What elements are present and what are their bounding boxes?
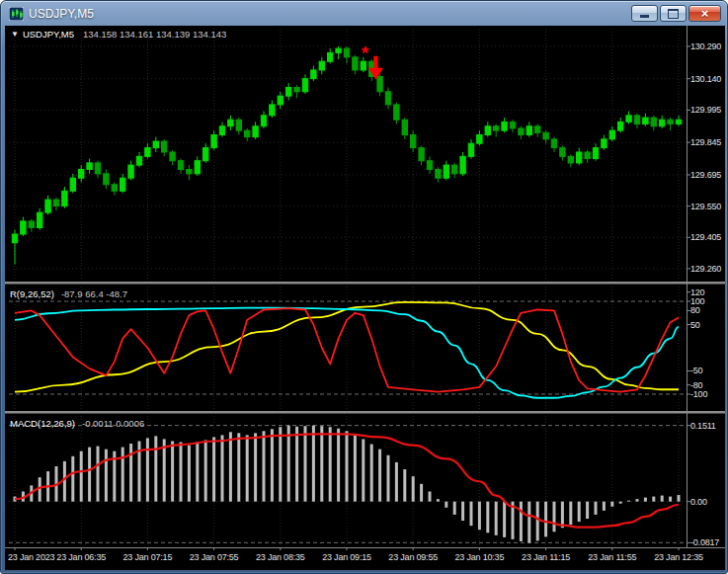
candle-body bbox=[128, 165, 133, 178]
candle-body bbox=[136, 156, 141, 165]
candle-body bbox=[286, 87, 291, 96]
candle-body bbox=[178, 161, 183, 170]
macd-indicator-name: MACD(12,26,9) bbox=[10, 418, 75, 429]
candle-body bbox=[519, 128, 524, 135]
candle-body bbox=[53, 200, 58, 206]
candle-body bbox=[328, 52, 333, 61]
candle-body bbox=[121, 178, 125, 191]
close-button[interactable]: × bbox=[688, 5, 721, 22]
candle-body bbox=[560, 148, 565, 157]
candle-body bbox=[618, 122, 623, 130]
price-axis-label: 130.140 bbox=[690, 74, 721, 84]
candle-body bbox=[444, 165, 448, 178]
window-title: USDJPY,M5 bbox=[29, 7, 94, 21]
macd-axis-label: 0.1511 bbox=[690, 421, 716, 431]
candle-body bbox=[253, 126, 258, 137]
candle-body bbox=[634, 116, 639, 124]
time-axis-label: 23 Jan 10:35 bbox=[455, 552, 505, 562]
candle-body bbox=[145, 148, 150, 157]
candle-body bbox=[344, 48, 349, 57]
candle-body bbox=[187, 169, 192, 173]
macd-axis-label: 0.00 bbox=[690, 497, 707, 507]
time-axis-label: 23 Jan 11:15 bbox=[522, 552, 570, 562]
panel-separator bbox=[5, 411, 725, 414]
maximize-button[interactable] bbox=[660, 5, 687, 22]
window-icon[interactable] bbox=[9, 7, 24, 21]
candle-body bbox=[62, 191, 67, 205]
candle-body bbox=[593, 148, 598, 159]
candle-body bbox=[485, 126, 490, 135]
candle-body bbox=[311, 70, 316, 79]
candle-body bbox=[270, 105, 275, 116]
candle-body bbox=[577, 152, 582, 163]
candle-body bbox=[494, 126, 499, 130]
minimize-button[interactable] bbox=[631, 5, 658, 22]
chart-header: ▼USDJPY,M5134.158 134.161 134.139 134.14… bbox=[11, 29, 226, 40]
candle-body bbox=[468, 143, 473, 156]
macd-indicator-values: -0.0011 0.0006 bbox=[82, 418, 144, 429]
candle-body bbox=[568, 156, 573, 163]
candle-body bbox=[162, 141, 167, 152]
chart-client-area: *130.290130.140129.995129.845129.695129.… bbox=[5, 26, 725, 570]
candle-body bbox=[87, 163, 92, 170]
candle-body bbox=[29, 221, 34, 228]
candle-body bbox=[153, 141, 158, 148]
time-axis-label: 23 Jan 12:35 bbox=[654, 552, 703, 562]
wpr-indicator-values: -87.9 66.4 -48.7 bbox=[61, 288, 127, 299]
close-icon: × bbox=[701, 7, 709, 20]
candle-body bbox=[602, 139, 607, 148]
wpr-axis-label: 50 bbox=[690, 320, 700, 330]
price-axis-label: 129.995 bbox=[690, 105, 721, 115]
candle-body bbox=[526, 126, 531, 135]
candle-body bbox=[104, 174, 109, 185]
time-axis-label: 23 Jan 07:15 bbox=[123, 552, 173, 562]
candle-body bbox=[427, 161, 432, 170]
candle-body bbox=[228, 120, 233, 126]
candle-body bbox=[12, 234, 17, 243]
panel-separator bbox=[5, 282, 725, 285]
candle-body bbox=[460, 156, 465, 173]
candle-body bbox=[551, 139, 556, 148]
candle-body bbox=[353, 57, 358, 70]
candle-body bbox=[170, 152, 175, 161]
candle-body bbox=[543, 132, 548, 139]
candle-body bbox=[336, 48, 341, 52]
candle-body bbox=[626, 116, 631, 123]
candle-body bbox=[676, 120, 681, 123]
price-axis-label: 129.845 bbox=[690, 137, 721, 147]
macd-axis-label: -0.0817 bbox=[690, 537, 719, 547]
window-controls: × bbox=[631, 5, 721, 22]
wpr-axis-label: -100 bbox=[690, 389, 707, 399]
candle-body bbox=[319, 61, 324, 70]
price-axis-label: 129.405 bbox=[690, 232, 721, 242]
candle-body bbox=[245, 130, 250, 137]
candle-body bbox=[452, 165, 457, 174]
macd-indicator-header: MACD(12,26,9)-0.0011 0.0006 bbox=[10, 418, 144, 429]
candle-body bbox=[302, 79, 307, 92]
minimize-icon bbox=[640, 15, 649, 18]
candle-body bbox=[502, 122, 507, 130]
candle-body bbox=[95, 163, 100, 174]
candle-body bbox=[203, 148, 208, 161]
price-axis-label: 129.695 bbox=[690, 170, 721, 180]
candle-body bbox=[510, 122, 515, 128]
time-axis-label: 23 Jan 06:35 bbox=[56, 552, 106, 562]
chart-symbol-period: USDJPY,M5 bbox=[23, 29, 74, 40]
price-axis-label: 129.260 bbox=[690, 264, 721, 274]
candle-body bbox=[21, 221, 26, 234]
candle-body bbox=[211, 135, 216, 148]
candle-body bbox=[236, 120, 241, 130]
candle-body bbox=[660, 120, 665, 126]
chart-dropdown-icon[interactable]: ▼ bbox=[11, 30, 19, 39]
candle-body bbox=[668, 120, 673, 123]
candle-body bbox=[294, 87, 299, 91]
time-axis-label: 23 Jan 07:55 bbox=[190, 552, 239, 562]
candle-body bbox=[38, 212, 42, 227]
candle-body bbox=[651, 118, 656, 126]
candle-body bbox=[112, 185, 117, 192]
titlebar[interactable]: USDJPY,M5 × bbox=[1, 1, 727, 26]
candle-body bbox=[219, 126, 224, 135]
candlestick-chart-icon bbox=[9, 7, 24, 21]
candle-body bbox=[609, 130, 614, 139]
price-axis-label: 129.550 bbox=[690, 202, 721, 211]
